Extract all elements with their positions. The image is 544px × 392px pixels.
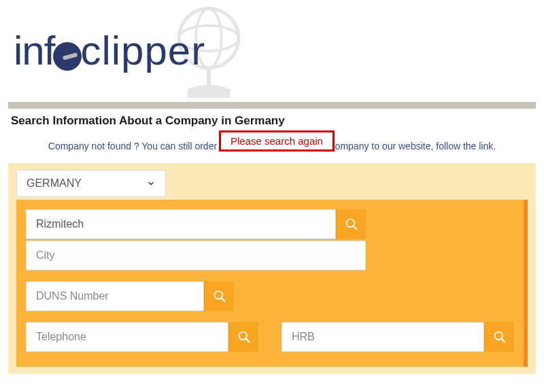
svg-line-7 <box>221 298 224 301</box>
company-search-button[interactable] <box>336 209 366 239</box>
company-name-input[interactable] <box>26 209 336 239</box>
logo: infclipper <box>8 0 536 102</box>
search-panel: GERMANY <box>8 163 536 374</box>
search-icon <box>213 289 226 303</box>
chevron-down-icon <box>146 179 156 188</box>
search-form <box>16 200 528 367</box>
duns-search-button[interactable] <box>204 281 234 311</box>
hrb-input[interactable] <box>282 322 484 352</box>
logo-globe-dot-icon <box>53 42 82 71</box>
country-selected-value: GERMANY <box>27 177 82 190</box>
divider <box>8 102 536 109</box>
city-input[interactable] <box>26 240 366 270</box>
telephone-input[interactable] <box>26 322 228 352</box>
page-title: Search Information About a Company in Ge… <box>8 114 536 128</box>
duns-input[interactable] <box>26 281 204 311</box>
svg-line-5 <box>353 226 356 229</box>
svg-line-9 <box>245 338 249 342</box>
search-icon <box>493 330 507 344</box>
telephone-search-button[interactable] <box>228 322 258 352</box>
logo-prefix: inf <box>14 28 54 73</box>
country-select[interactable]: GERMANY <box>16 170 166 197</box>
search-icon <box>345 217 358 231</box>
hrb-search-button[interactable] <box>484 322 514 352</box>
error-alert: Please search again <box>219 130 335 152</box>
logo-suffix: clipper <box>80 28 205 73</box>
search-icon <box>237 330 251 344</box>
svg-line-11 <box>501 338 505 342</box>
